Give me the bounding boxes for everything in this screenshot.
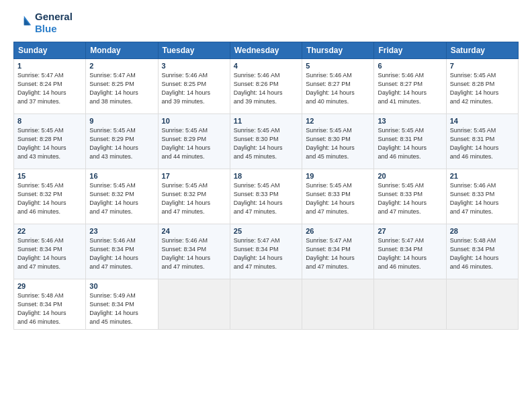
day-number: 10 [162,117,226,125]
cell-info: Sunrise: 5:46 AMSunset: 8:34 PMDaylight:… [17,236,82,271]
calendar-cell: 14Sunrise: 5:45 AMSunset: 8:31 PMDayligh… [446,114,518,169]
day-number: 13 [378,117,442,125]
calendar-cell: 26Sunrise: 5:47 AMSunset: 8:34 PMDayligh… [302,224,374,279]
cell-info: Sunrise: 5:48 AMSunset: 8:34 PMDaylight:… [450,236,515,271]
cell-info: Sunrise: 5:46 AMSunset: 8:27 PMDaylight:… [306,71,370,106]
calendar-day-header: Friday [374,42,446,59]
calendar-cell: 17Sunrise: 5:45 AMSunset: 8:32 PMDayligh… [158,169,230,224]
calendar-cell: 3Sunrise: 5:46 AMSunset: 8:25 PMDaylight… [158,59,230,114]
cell-info: Sunrise: 5:45 AMSunset: 8:28 PMDaylight:… [17,126,82,161]
page: General Blue SundayMondayTuesdayWednesda… [0,0,532,411]
calendar-cell: 22Sunrise: 5:46 AMSunset: 8:34 PMDayligh… [14,224,86,279]
cell-info: Sunrise: 5:49 AMSunset: 8:34 PMDaylight:… [89,291,154,326]
cell-info: Sunrise: 5:45 AMSunset: 8:33 PMDaylight:… [234,181,298,216]
day-number: 20 [378,172,442,180]
calendar-cell [302,279,374,330]
calendar-cell: 10Sunrise: 5:45 AMSunset: 8:29 PMDayligh… [158,114,230,169]
day-number: 19 [306,172,370,180]
day-number: 26 [306,227,370,235]
cell-info: Sunrise: 5:45 AMSunset: 8:31 PMDaylight:… [450,126,515,161]
day-number: 27 [378,227,442,235]
day-number: 12 [306,117,370,125]
cell-info: Sunrise: 5:45 AMSunset: 8:33 PMDaylight:… [306,181,370,216]
calendar-day-header: Sunday [14,42,86,59]
day-number: 4 [234,62,298,70]
cell-info: Sunrise: 5:48 AMSunset: 8:34 PMDaylight:… [17,291,82,326]
cell-info: Sunrise: 5:47 AMSunset: 8:34 PMDaylight:… [378,236,442,271]
calendar-cell [374,279,446,330]
calendar-cell: 5Sunrise: 5:46 AMSunset: 8:27 PMDaylight… [302,59,374,114]
cell-info: Sunrise: 5:45 AMSunset: 8:32 PMDaylight:… [17,181,82,216]
cell-info: Sunrise: 5:47 AMSunset: 8:34 PMDaylight:… [306,236,370,271]
cell-info: Sunrise: 5:46 AMSunset: 8:34 PMDaylight:… [89,236,154,271]
calendar-cell: 1Sunrise: 5:47 AMSunset: 8:24 PMDaylight… [14,59,86,114]
calendar-header-row: SundayMondayTuesdayWednesdayThursdayFrid… [14,42,519,59]
calendar-cell: 20Sunrise: 5:45 AMSunset: 8:33 PMDayligh… [374,169,446,224]
day-number: 14 [450,117,515,125]
calendar-day-header: Saturday [446,42,518,59]
calendar-week-row: 22Sunrise: 5:46 AMSunset: 8:34 PMDayligh… [14,224,519,279]
day-number: 1 [17,62,82,70]
calendar-cell: 7Sunrise: 5:45 AMSunset: 8:28 PMDaylight… [446,59,518,114]
cell-info: Sunrise: 5:45 AMSunset: 8:31 PMDaylight:… [378,126,442,161]
calendar-cell: 13Sunrise: 5:45 AMSunset: 8:31 PMDayligh… [374,114,446,169]
cell-info: Sunrise: 5:46 AMSunset: 8:27 PMDaylight:… [378,71,442,106]
calendar-cell: 8Sunrise: 5:45 AMSunset: 8:28 PMDaylight… [14,114,86,169]
calendar-cell [158,279,230,330]
cell-info: Sunrise: 5:45 AMSunset: 8:30 PMDaylight:… [306,126,370,161]
calendar-cell: 16Sunrise: 5:45 AMSunset: 8:32 PMDayligh… [86,169,158,224]
day-number: 15 [17,172,82,180]
calendar-cell: 11Sunrise: 5:45 AMSunset: 8:30 PMDayligh… [230,114,302,169]
header: General Blue [13,11,519,35]
day-number: 30 [89,282,154,290]
calendar-week-row: 29Sunrise: 5:48 AMSunset: 8:34 PMDayligh… [14,279,519,330]
cell-info: Sunrise: 5:47 AMSunset: 8:25 PMDaylight:… [89,71,154,106]
calendar-cell: 25Sunrise: 5:47 AMSunset: 8:34 PMDayligh… [230,224,302,279]
calendar-cell: 18Sunrise: 5:45 AMSunset: 8:33 PMDayligh… [230,169,302,224]
calendar-day-header: Wednesday [230,42,302,59]
calendar-cell: 23Sunrise: 5:46 AMSunset: 8:34 PMDayligh… [86,224,158,279]
day-number: 22 [17,227,82,235]
day-number: 17 [162,172,226,180]
cell-info: Sunrise: 5:45 AMSunset: 8:29 PMDaylight:… [162,126,226,161]
day-number: 28 [450,227,515,235]
calendar-cell: 9Sunrise: 5:45 AMSunset: 8:29 PMDaylight… [86,114,158,169]
day-number: 9 [89,117,154,125]
logo-text: General Blue [35,11,73,35]
day-number: 16 [89,172,154,180]
calendar-day-header: Thursday [302,42,374,59]
calendar-body: 1Sunrise: 5:47 AMSunset: 8:24 PMDaylight… [14,59,519,330]
day-number: 8 [17,117,82,125]
day-number: 29 [17,282,82,290]
calendar-cell: 28Sunrise: 5:48 AMSunset: 8:34 PMDayligh… [446,224,518,279]
cell-info: Sunrise: 5:47 AMSunset: 8:34 PMDaylight:… [234,236,298,271]
calendar-cell: 15Sunrise: 5:45 AMSunset: 8:32 PMDayligh… [14,169,86,224]
day-number: 23 [89,227,154,235]
calendar-cell: 24Sunrise: 5:46 AMSunset: 8:34 PMDayligh… [158,224,230,279]
day-number: 21 [450,172,515,180]
calendar-cell: 21Sunrise: 5:46 AMSunset: 8:33 PMDayligh… [446,169,518,224]
logo-icon [13,13,32,32]
calendar-day-header: Monday [86,42,158,59]
calendar-cell [446,279,518,330]
day-number: 18 [234,172,298,180]
calendar-cell: 29Sunrise: 5:48 AMSunset: 8:34 PMDayligh… [14,279,86,330]
day-number: 3 [162,62,226,70]
calendar-table: SundayMondayTuesdayWednesdayThursdayFrid… [13,42,519,330]
cell-info: Sunrise: 5:45 AMSunset: 8:32 PMDaylight:… [89,181,154,216]
calendar-cell: 12Sunrise: 5:45 AMSunset: 8:30 PMDayligh… [302,114,374,169]
calendar-day-header: Tuesday [158,42,230,59]
calendar-cell: 4Sunrise: 5:46 AMSunset: 8:26 PMDaylight… [230,59,302,114]
day-number: 11 [234,117,298,125]
cell-info: Sunrise: 5:45 AMSunset: 8:28 PMDaylight:… [450,71,515,106]
calendar-cell [230,279,302,330]
calendar-cell: 27Sunrise: 5:47 AMSunset: 8:34 PMDayligh… [374,224,446,279]
calendar-week-row: 15Sunrise: 5:45 AMSunset: 8:32 PMDayligh… [14,169,519,224]
day-number: 5 [306,62,370,70]
day-number: 25 [234,227,298,235]
calendar-cell: 6Sunrise: 5:46 AMSunset: 8:27 PMDaylight… [374,59,446,114]
calendar-week-row: 8Sunrise: 5:45 AMSunset: 8:28 PMDaylight… [14,114,519,169]
cell-info: Sunrise: 5:45 AMSunset: 8:29 PMDaylight:… [89,126,154,161]
calendar-cell: 30Sunrise: 5:49 AMSunset: 8:34 PMDayligh… [86,279,158,330]
cell-info: Sunrise: 5:45 AMSunset: 8:33 PMDaylight:… [378,181,442,216]
